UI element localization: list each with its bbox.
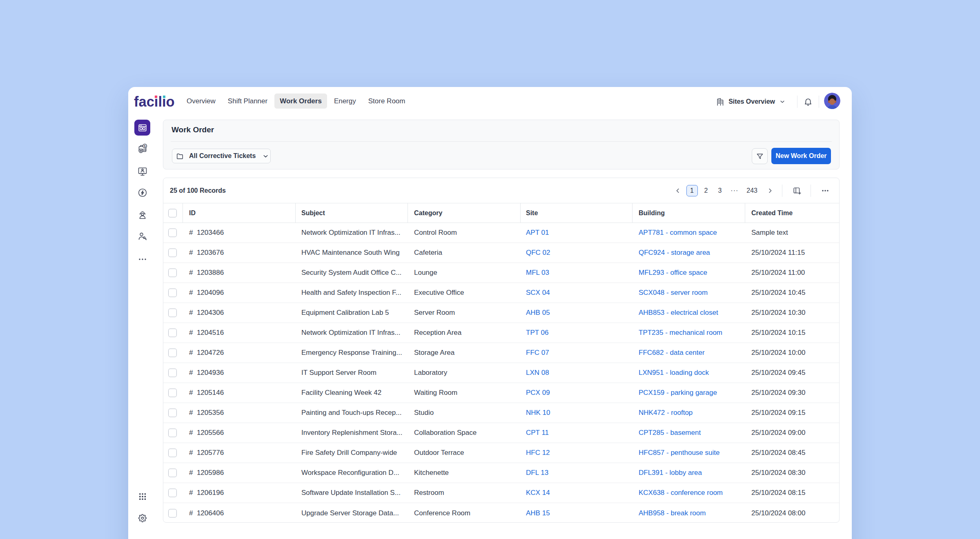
svg-text:$: $ [144,144,146,148]
